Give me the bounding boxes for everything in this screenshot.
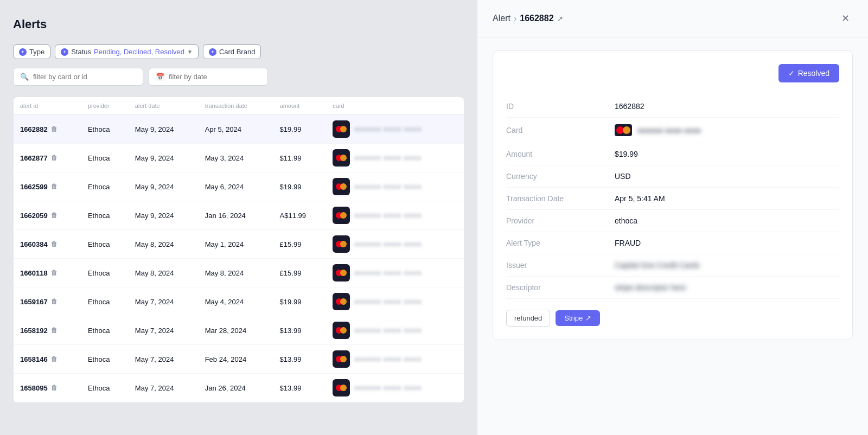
alert-type-value: FRAUD <box>615 239 839 247</box>
cell-alert-id: 1658146🗑 <box>14 345 81 374</box>
cell-provider: Ethoca <box>81 259 129 287</box>
currency-value: USD <box>615 172 839 181</box>
cell-amount: $13.99 <box>273 316 327 345</box>
date-search-wrap[interactable]: 📅 <box>149 68 268 86</box>
cell-alert-date: May 9, 2024 <box>129 172 199 201</box>
delete-icon[interactable]: 🗑 <box>51 269 58 277</box>
external-link-icon[interactable]: ↗ <box>557 15 563 23</box>
filter-bar: + Type + Status Pending, Declined, Resol… <box>13 44 464 59</box>
search-bar: 🔍 📅 <box>13 68 464 86</box>
delete-icon[interactable]: 🗑 <box>51 154 58 162</box>
col-amount: amount <box>273 97 327 115</box>
calendar-icon: 📅 <box>156 73 164 81</box>
cell-alert-date: May 8, 2024 <box>129 230 199 259</box>
status-filter-label: Status <box>71 48 91 56</box>
cell-alert-date: May 9, 2024 <box>129 115 199 144</box>
table-row[interactable]: 1659167🗑EthocaMay 7, 2024May 4, 2024$19.… <box>14 287 464 316</box>
card-search-input[interactable] <box>33 73 136 81</box>
provider-value: ethoca <box>615 216 839 225</box>
delete-icon[interactable]: 🗑 <box>51 298 58 305</box>
cell-transaction-date: Apr 5, 2024 <box>199 115 273 144</box>
cell-amount: $13.99 <box>273 374 327 402</box>
filter-card-brand[interactable]: + Card Brand <box>203 44 261 59</box>
detail-row-descriptor: Descriptor stripe descriptor here <box>506 277 839 299</box>
card-brand-filter-icon: + <box>209 48 216 56</box>
delete-icon[interactable]: 🗑 <box>51 212 58 219</box>
card-number-display: ●●●●●● ●●●● ●●●● <box>615 124 839 136</box>
cell-provider: Ethoca <box>81 374 129 402</box>
breadcrumb: Alert › 1662882 ↗ <box>493 14 563 23</box>
cell-alert-date: May 7, 2024 <box>129 345 199 374</box>
type-filter-label: Type <box>29 48 44 56</box>
table-row[interactable]: 1658146🗑EthocaMay 7, 2024Feb 24, 2024$13… <box>14 345 464 374</box>
delete-icon[interactable]: 🗑 <box>51 183 58 190</box>
currency-label: Currency <box>506 172 615 181</box>
delete-icon[interactable]: 🗑 <box>51 125 58 133</box>
cell-transaction-date: May 4, 2024 <box>199 287 273 316</box>
panel-header: Alert › 1662882 ↗ ✕ <box>477 0 868 37</box>
cell-card: ●●●●●● ●●●● ●●●● <box>326 115 464 144</box>
table-row[interactable]: 1660118🗑EthocaMay 8, 2024May 8, 2024£15.… <box>14 259 464 287</box>
cell-alert-id: 1658192🗑 <box>14 316 81 345</box>
card-search-wrap[interactable]: 🔍 <box>13 68 143 86</box>
amount-label: Amount <box>506 150 615 158</box>
cell-transaction-date: Jan 26, 2024 <box>199 374 273 402</box>
alert-type-label: Alert Type <box>506 239 615 247</box>
delete-icon[interactable]: 🗑 <box>51 240 58 248</box>
id-label: ID <box>506 102 615 111</box>
id-value: 1662882 <box>615 102 839 111</box>
card-label: Card <box>506 126 615 135</box>
card-number-blurred: ●●●●●● ●●●● ●●●● <box>637 126 701 135</box>
status-filter-icon: + <box>61 48 68 56</box>
cell-provider: Ethoca <box>81 144 129 172</box>
detail-row-amount: Amount $19.99 <box>506 143 839 165</box>
cell-card: ●●●●●● ●●●● ●●●● <box>326 172 464 201</box>
cell-card: ●●●●●● ●●●● ●●●● <box>326 374 464 402</box>
delete-icon[interactable]: 🗑 <box>51 355 58 363</box>
filter-status[interactable]: + Status Pending, Declined, Resolved ▼ <box>55 44 199 59</box>
filter-type[interactable]: + Type <box>13 44 50 59</box>
table-row[interactable]: 1662877🗑EthocaMay 9, 2024May 3, 2024$11.… <box>14 144 464 172</box>
external-link-small-icon: ↗ <box>585 314 591 322</box>
cell-transaction-date: May 1, 2024 <box>199 230 273 259</box>
breadcrumb-parent: Alert <box>493 14 510 23</box>
table-row[interactable]: 1658095🗑EthocaMay 7, 2024Jan 26, 2024$13… <box>14 374 464 402</box>
breadcrumb-id: 1662882 <box>520 14 553 23</box>
table-row[interactable]: 1662882🗑EthocaMay 9, 2024Apr 5, 2024$19.… <box>14 115 464 144</box>
resolved-button[interactable]: ✓ Resolved <box>778 64 839 82</box>
issuer-label: Issuer <box>506 261 615 270</box>
cell-provider: Ethoca <box>81 115 129 144</box>
col-card: card <box>326 97 464 115</box>
cell-amount: $19.99 <box>273 115 327 144</box>
alerts-table: alert id provider alert date transaction… <box>13 97 464 403</box>
cell-alert-date: May 7, 2024 <box>129 374 199 402</box>
delete-icon[interactable]: 🗑 <box>51 327 58 334</box>
close-button[interactable]: ✕ <box>838 11 853 26</box>
cell-provider: Ethoca <box>81 316 129 345</box>
cell-amount: £15.99 <box>273 259 327 287</box>
resolved-btn-wrap: ✓ Resolved <box>506 64 839 82</box>
card-brand-filter-label: Card Brand <box>219 48 255 56</box>
stripe-label: Stripe <box>564 314 583 322</box>
cell-alert-id: 1662882🗑 <box>14 115 81 144</box>
col-alert-date: alert date <box>129 97 199 115</box>
delete-icon[interactable]: 🗑 <box>51 384 58 392</box>
detail-row-alert-type: Alert Type FRAUD <box>506 232 839 254</box>
stripe-button[interactable]: Stripe ↗ <box>556 310 600 326</box>
date-search-input[interactable] <box>169 73 261 81</box>
resolved-label: Resolved <box>798 69 829 78</box>
table-row[interactable]: 1660384🗑EthocaMay 8, 2024May 1, 2024£15.… <box>14 230 464 259</box>
right-panel: Alert › 1662882 ↗ ✕ ✓ Resolved ID 166288… <box>477 0 868 435</box>
descriptor-label: Descriptor <box>506 283 615 292</box>
detail-row-issuer: Issuer Capital One Credit Cards <box>506 254 839 277</box>
cell-alert-date: May 7, 2024 <box>129 287 199 316</box>
table-row[interactable]: 1658192🗑EthocaMay 7, 2024Mar 28, 2024$13… <box>14 316 464 345</box>
cell-transaction-date: Feb 24, 2024 <box>199 345 273 374</box>
table-row[interactable]: 1662599🗑EthocaMay 9, 2024May 6, 2024$19.… <box>14 172 464 201</box>
cell-alert-date: May 9, 2024 <box>129 201 199 230</box>
cell-alert-id: 1662877🗑 <box>14 144 81 172</box>
cell-alert-id: 1662059🗑 <box>14 201 81 230</box>
table-row[interactable]: 1662059🗑EthocaMay 9, 2024Jan 16, 2024A$1… <box>14 201 464 230</box>
breadcrumb-separator: › <box>514 14 516 23</box>
cell-amount: $13.99 <box>273 345 327 374</box>
